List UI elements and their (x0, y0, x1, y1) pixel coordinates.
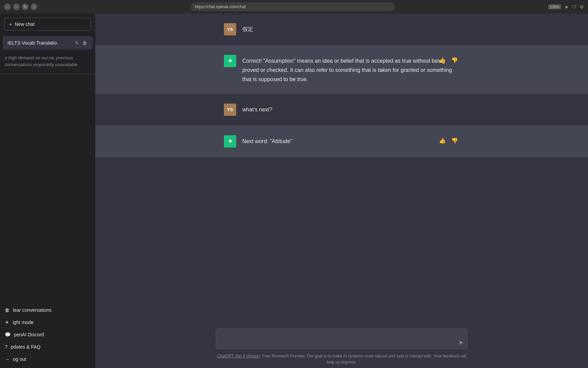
logout-icon: → (5, 356, 10, 362)
home-button[interactable]: ⌂ (31, 3, 37, 10)
input-wrapper: ➤ (216, 328, 468, 350)
user-initials-1: YS (227, 27, 233, 32)
ai-message-2: Next word: "Attitude" (242, 135, 459, 146)
messages-container: YS 假定 ✦ Correct! "Assumption" means an i… (95, 14, 588, 323)
sidebar-item-logout[interactable]: → og out (0, 353, 95, 365)
sun-icon: ☀ (5, 320, 9, 325)
chat-item-actions: ✎ 🗑 (74, 40, 88, 46)
discord-icon: 💬 (5, 332, 11, 337)
input-area: ➤ ChatGPT Jan 9 Version. Free Research P… (95, 323, 588, 368)
sidebar-notice: o high demand on our ns, previous conver… (0, 51, 95, 71)
faq-label: pdates & FAQ (11, 344, 40, 350)
edit-chat-button[interactable]: ✎ (74, 40, 80, 46)
reload-button[interactable]: ↻ (22, 3, 29, 10)
message-block-ai-2: ✦ Next word: "Attitude" 👍 👎 (95, 126, 588, 157)
thumbdown-button-1[interactable]: 👎 (450, 56, 459, 64)
forward-button[interactable]: → (13, 3, 20, 10)
user-avatar-1: YS (224, 23, 236, 35)
thumbup-button-2[interactable]: 👍 (438, 137, 447, 144)
message-block-user-1: YS 假定 (95, 14, 588, 45)
chat-area: YS 假定 ✦ Correct! "Assumption" means an i… (95, 14, 588, 368)
message-inner-2: ✦ Correct! "Assumption" means an idea or… (216, 55, 468, 84)
address-bar[interactable]: https://chat.openai.com/chat (191, 2, 395, 11)
sidebar-item-clear[interactable]: 🗑 lear conversations (0, 304, 95, 316)
zoom-level: 130% (548, 4, 561, 9)
sidebar-item-faq[interactable]: ? pdates & FAQ (0, 341, 95, 353)
message-actions-1: 👍 👎 (438, 56, 459, 64)
app-container: + New chat IELTS Vocab Translatio ✎ 🗑 o … (0, 14, 588, 368)
ai-message-1: Correct! "Assumption" means an idea or b… (242, 55, 459, 84)
user-avatar-2: YS (224, 104, 236, 116)
ai-avatar-2: ✦ (224, 135, 236, 148)
star-icon[interactable]: ★ (565, 4, 569, 10)
sidebar: + New chat IELTS Vocab Translatio ✎ 🗑 o … (0, 14, 95, 368)
openai-logo-1: ✦ (228, 57, 233, 65)
message-actions-2: 👍 👎 (438, 137, 459, 144)
faq-icon: ? (5, 344, 7, 350)
message-inner-3: YS what's next? (216, 104, 468, 116)
url-text: https://chat.openai.com/chat (195, 4, 246, 9)
delete-chat-button[interactable]: 🗑 (82, 40, 88, 46)
message-inner-4: ✦ Next word: "Attitude" 👍 👎 (216, 135, 468, 148)
chat-history-item[interactable]: IELTS Vocab Translatio ✎ 🗑 (3, 36, 93, 50)
plus-icon: + (9, 21, 12, 27)
send-button[interactable]: ➤ (458, 339, 463, 346)
version-link[interactable]: ChatGPT Jan 9 Version (217, 354, 260, 358)
logout-label: og out (13, 356, 26, 362)
clear-label: lear conversations (13, 307, 52, 313)
footer-description: . Free Research Preview. Our goal is to … (260, 354, 466, 365)
sidebar-bottom: 🗑 lear conversations ☀ ight mode 💬 penAI… (0, 301, 95, 368)
browser-toolbar: 130% ★ 🛡 ⚙ (548, 4, 584, 10)
ai-avatar-1: ✦ (224, 55, 236, 67)
sidebar-top: + New chat (0, 14, 95, 35)
message-block-ai-1: ✦ Correct! "Assumption" means an idea or… (95, 45, 588, 94)
message-block-user-2: YS what's next? (95, 94, 588, 126)
extensions-icon[interactable]: ⚙ (580, 4, 584, 10)
new-chat-button[interactable]: + New chat (4, 18, 91, 31)
chat-history-title: IELTS Vocab Translatio (7, 40, 74, 46)
message-inner-1: YS 假定 (216, 23, 468, 35)
thumbup-button-1[interactable]: 👍 (438, 56, 447, 64)
user-message-2: what's next? (242, 104, 459, 114)
user-message-1: 假定 (242, 23, 459, 34)
chat-input[interactable] (216, 328, 468, 349)
trash-icon: 🗑 (5, 307, 10, 313)
lightmode-label: ight mode (13, 320, 33, 325)
discord-label: penAI Discord (14, 332, 44, 337)
sidebar-item-lightmode[interactable]: ☀ ight mode (0, 316, 95, 328)
browser-controls: ← → ↻ ⌂ (4, 3, 37, 10)
thumbdown-button-2[interactable]: 👎 (450, 137, 459, 144)
openai-logo-2: ✦ (228, 138, 233, 145)
browser-bar: ← → ↻ ⌂ https://chat.openai.com/chat 130… (0, 0, 588, 14)
shield-icon: 🛡 (572, 4, 576, 10)
new-chat-label: New chat (15, 21, 34, 27)
sidebar-divider (0, 74, 95, 74)
back-button[interactable]: ← (4, 3, 11, 10)
footer-text: ChatGPT Jan 9 Version. Free Research Pre… (216, 353, 468, 365)
sidebar-item-discord[interactable]: 💬 penAI Discord (0, 328, 95, 341)
user-initials-2: YS (227, 107, 233, 112)
